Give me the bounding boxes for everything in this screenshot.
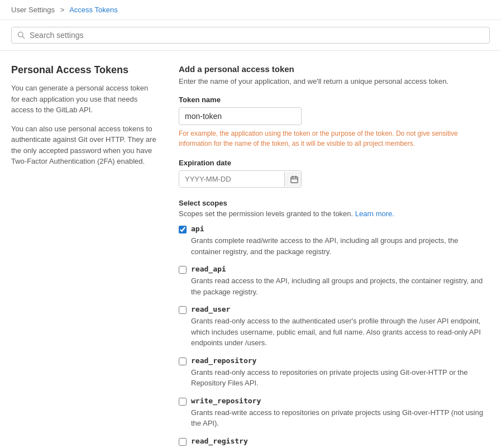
form-section-subtitle: Enter the name of your application, and …	[179, 77, 490, 85]
scope-item: read_userGrants read-only access to the …	[179, 305, 490, 349]
scopes-section: Select scopes Scopes set the permission …	[179, 199, 490, 448]
search-input-wrapper	[11, 27, 490, 44]
scope-item: read_repositoryGrants read-only access t…	[179, 356, 490, 389]
token-name-field: Token name For example, the application …	[179, 96, 490, 149]
scope-checkbox-read_user[interactable]	[179, 306, 187, 314]
scope-item: read_registryGrants read-only access to …	[179, 437, 490, 449]
description-paragraph-2: You can also use personal access tokens …	[11, 123, 156, 167]
scope-row-write_repository: write_repository	[179, 397, 490, 406]
expiration-label: Expiration date	[179, 159, 490, 167]
right-panel: Add a personal access token Enter the na…	[179, 64, 490, 448]
scope-label-read_registry[interactable]: read_registry	[191, 437, 248, 445]
page-title: Personal Access Tokens	[11, 64, 156, 76]
scope-row-api: api	[179, 225, 490, 233]
scope-label-read_repository[interactable]: read_repository	[191, 356, 256, 365]
scope-desc-api: Grants complete read/write access to the…	[191, 235, 490, 257]
expiration-date-field: Expiration date	[179, 159, 490, 188]
token-name-hint: For example, the application using the t…	[179, 128, 490, 149]
calendar-icon	[290, 175, 298, 183]
learn-more-link[interactable]: Learn more.	[355, 209, 394, 218]
scopes-description: Scopes set the permission levels granted…	[179, 209, 490, 218]
scope-row-read_repository: read_repository	[179, 356, 490, 365]
scope-label-read_user[interactable]: read_user	[191, 305, 230, 313]
breadcrumb-parent-link[interactable]: User Settings	[11, 6, 55, 14]
scope-desc-write_repository: Grants read-write access to repositories…	[191, 407, 490, 429]
scope-label-read_api[interactable]: read_api	[191, 265, 226, 273]
scope-row-read_user: read_user	[179, 305, 490, 314]
scope-checkbox-read_repository[interactable]	[179, 358, 187, 365]
svg-rect-2	[291, 177, 298, 183]
left-panel: Personal Access Tokens You can generate …	[11, 64, 156, 448]
scope-checkbox-read_registry[interactable]	[179, 438, 187, 446]
breadcrumb-current: Access Tokens	[69, 6, 117, 14]
token-name-input[interactable]	[179, 107, 302, 125]
scope-desc-read_repository: Grants read-only access to repositories …	[191, 367, 490, 389]
date-picker-button[interactable]	[284, 172, 302, 187]
scope-item: write_repositoryGrants read-write access…	[179, 397, 490, 429]
scope-checkbox-read_api[interactable]	[179, 266, 187, 274]
scope-row-read_registry: read_registry	[179, 437, 490, 446]
scope-label-write_repository[interactable]: write_repository	[191, 397, 261, 405]
breadcrumb-separator: >	[60, 6, 65, 14]
scope-checkbox-api[interactable]	[179, 226, 187, 233]
scopes-list: apiGrants complete read/write access to …	[179, 225, 490, 448]
token-name-label: Token name	[179, 96, 490, 104]
main-content: Personal Access Tokens You can generate …	[0, 51, 501, 448]
expiration-input[interactable]	[179, 171, 284, 187]
scope-desc-read_api: Grants read access to the API, including…	[191, 275, 490, 297]
scope-row-read_api: read_api	[179, 265, 490, 274]
scope-desc-read_user: Grants read-only access to the authentic…	[191, 316, 490, 349]
search-input[interactable]	[30, 31, 484, 40]
search-bar	[0, 20, 501, 51]
scope-item: apiGrants complete read/write access to …	[179, 225, 490, 257]
svg-line-1	[22, 36, 25, 39]
form-section-title: Add a personal access token	[179, 64, 490, 74]
scope-checkbox-write_repository[interactable]	[179, 398, 187, 406]
description-paragraph-1: You can generate a personal access token…	[11, 83, 156, 116]
search-icon	[17, 31, 25, 39]
date-input-wrapper	[179, 170, 302, 188]
scope-label-api[interactable]: api	[191, 225, 204, 233]
scope-item: read_apiGrants read access to the API, i…	[179, 265, 490, 297]
scopes-title: Select scopes	[179, 199, 490, 207]
breadcrumb: User Settings > Access Tokens	[0, 0, 501, 20]
